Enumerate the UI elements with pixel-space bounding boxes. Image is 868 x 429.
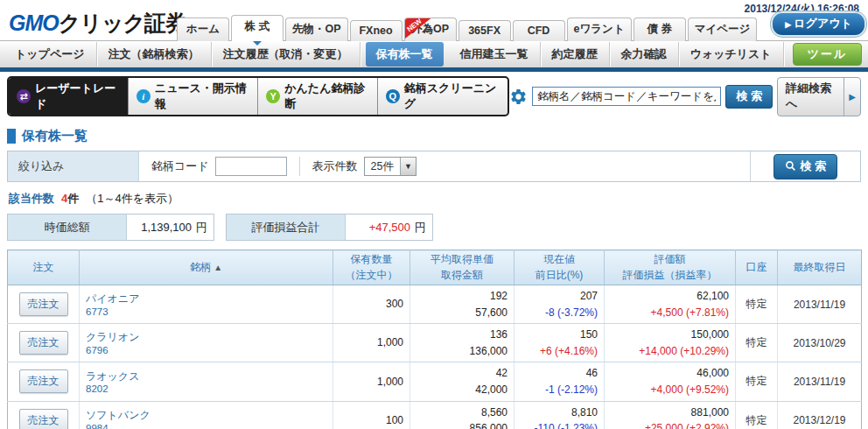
subnav-margin-positions[interactable]: 信用建玉一覧 (449, 42, 541, 67)
day-change: -110 (-1.23%) (521, 420, 598, 429)
laser-trade-button[interactable]: ⇄レーザートレード (9, 78, 128, 115)
tools-button[interactable]: ツール (793, 43, 863, 66)
subnav-order-history[interactable]: 注文履歴（取消・変更） (212, 42, 360, 67)
tab-bonds[interactable]: 債 券 (634, 18, 686, 41)
stock-name-link[interactable]: ラオックス (86, 369, 326, 384)
holding-row: 売注文 ソフトバンク9984 100 8,560856,000 8,810-11… (8, 401, 862, 429)
sell-order-button[interactable]: 売注文 (19, 331, 68, 355)
tab-365fx[interactable]: 365FX (458, 20, 511, 41)
advanced-search-button[interactable]: 詳細検索へ ▶ (777, 77, 861, 116)
magnifier-icon (785, 160, 796, 172)
header-avg-price: 平均取得単価取得金額 (410, 250, 514, 285)
stock-name-link[interactable]: パイオニア (86, 292, 326, 306)
table-header-row: 注文 銘柄 ▲ 保有数量（注文中） 平均取得単価取得金額 現在値前日比(%) 評… (8, 250, 862, 285)
news-disclosure-button[interactable]: iニュース・開示情報 (128, 78, 257, 115)
sort-asc-icon: ▲ (214, 263, 222, 272)
last-acquired-date: 2013/12/19 (778, 401, 862, 429)
header-qty: 保有数量（注文中） (333, 250, 410, 285)
filter-count-group: 表示件数 25件 ▼ (300, 151, 429, 181)
brand-logo[interactable]: GMOクリック証券 (9, 9, 186, 38)
logout-button[interactable]: ▶ログアウト (771, 11, 865, 37)
sell-order-button[interactable]: 売注文 (19, 292, 68, 316)
subnav-holdings[interactable]: 保有株一覧 (366, 42, 444, 67)
gear-icon[interactable] (509, 88, 528, 106)
acq-amount: 856,000 (416, 420, 508, 429)
quick-toolbar: ⇄レーザートレード iニュース・開示情報 Yかんたん銘柄診断 Q銘柄スクリーニン… (0, 72, 868, 120)
subnav-buying-power[interactable]: 余力確認 (610, 42, 679, 67)
filter-search-area: 検 索 (750, 151, 860, 181)
stock-diagnosis-button[interactable]: Yかんたん銘柄診断 (257, 78, 377, 115)
tab-futures-op[interactable]: 先物・OP (285, 18, 348, 41)
avg-price: 136 (416, 327, 508, 343)
acq-amount: 136,000 (416, 343, 508, 360)
symbol-search: 検 索 詳細検索へ ▶ (509, 77, 861, 116)
code-input[interactable] (215, 157, 287, 176)
header-account: 口座 (736, 250, 778, 285)
tab-gaitame-op[interactable]: NEW外為OP (404, 18, 457, 41)
subnav-order[interactable]: 注文（銘柄検索） (97, 42, 212, 67)
count-label: 表示件数 (312, 158, 358, 174)
header-date: 最終取得日 (778, 250, 862, 285)
header-name[interactable]: 銘柄 ▲ (80, 250, 333, 285)
play-icon: ▶ (785, 20, 791, 29)
filter-search-button[interactable]: 検 索 (774, 154, 837, 179)
info-icon: i (136, 89, 150, 103)
symbol-search-button[interactable]: 検 索 (725, 85, 773, 109)
quick-links: ⇄レーザートレード iニュース・開示情報 Yかんたん銘柄診断 Q銘柄スクリーニン… (7, 76, 509, 116)
valuation: 62,100 (611, 288, 729, 305)
avg-price: 8,560 (416, 404, 508, 421)
page-title: 保有株一覧 (7, 128, 861, 144)
account-type: 特定 (736, 401, 778, 429)
qty: 1,000 (340, 374, 403, 390)
symbol-search-input[interactable] (532, 87, 721, 106)
brand-logo-rest: クリック証券 (59, 11, 186, 35)
stock-name-link[interactable]: ソフトバンク (86, 408, 326, 423)
holding-row: 売注文 ラオックス8202 1,000 4242,000 46-1 (-2.12… (8, 362, 862, 401)
subnav-watchlist[interactable]: ウォッチリスト (679, 42, 784, 67)
valuation: 46,000 (611, 365, 729, 382)
stock-code: 6796 (86, 345, 326, 355)
market-value-box: 時価総額 1,139,100円 (7, 214, 214, 241)
avg-price: 42 (416, 365, 508, 382)
title-block-icon (7, 129, 16, 144)
subnav-top-page[interactable]: トップページ (4, 42, 97, 67)
tab-home[interactable]: ホーム (177, 18, 229, 41)
stock-code: 8202 (86, 383, 326, 394)
stock-name-link[interactable]: クラリオン (86, 330, 326, 345)
tab-mypage[interactable]: マイページ (688, 18, 758, 41)
header-order: 注文 (8, 250, 80, 285)
profit-loss: +25,000 (+2.92%) (611, 420, 729, 429)
valuation: 881,000 (611, 404, 729, 421)
tab-stock[interactable]: 株 式 (231, 15, 284, 41)
tab-cfd[interactable]: CFD (513, 20, 565, 41)
total-pl-value: +47,500 (369, 221, 410, 234)
profit-loss: +14,000 (+10.29%) (611, 343, 729, 360)
last-acquired-date: 2013/11/19 (778, 285, 862, 324)
stock-code: 9984 (86, 423, 326, 429)
sprout-icon: Y (266, 89, 280, 103)
account-type: 特定 (736, 324, 778, 362)
last-acquired-date: 2013/11/19 (778, 362, 862, 401)
day-change: -8 (-3.72%) (521, 305, 598, 321)
filter-label: 絞り込み (8, 151, 139, 181)
sell-order-button[interactable]: 売注文 (19, 409, 68, 429)
summary-row: 時価総額 1,139,100円 評価損益合計 +47,500円 (7, 214, 861, 241)
market-value: 1,139,100 (141, 221, 192, 234)
laser-trade-icon: ⇄ (17, 89, 31, 103)
profit-loss: +4,000 (+9.52%) (611, 382, 729, 398)
qty: 300 (340, 296, 403, 313)
last-acquired-date: 2013/10/29 (778, 324, 862, 362)
count-select[interactable]: 25件 ▼ (364, 157, 416, 176)
day-change: -1 (-2.12%) (521, 382, 598, 398)
tab-fxneo[interactable]: FXneo (350, 20, 402, 41)
acq-amount: 57,600 (416, 305, 508, 321)
chevron-down-icon: ▼ (400, 158, 416, 175)
sell-order-button[interactable]: 売注文 (19, 369, 68, 393)
tab-ewarrant[interactable]: eワラント (567, 18, 632, 41)
stock-screening-button[interactable]: Q銘柄スクリーニング (377, 78, 508, 115)
subnav-executions[interactable]: 約定履歴 (541, 42, 610, 67)
holdings-table: 注文 銘柄 ▲ 保有数量（注文中） 平均取得単価取得金額 現在値前日比(%) 評… (7, 250, 862, 429)
current-price: 207 (521, 288, 598, 305)
current-price: 8,810 (521, 404, 598, 421)
stock-code: 6773 (86, 306, 326, 317)
